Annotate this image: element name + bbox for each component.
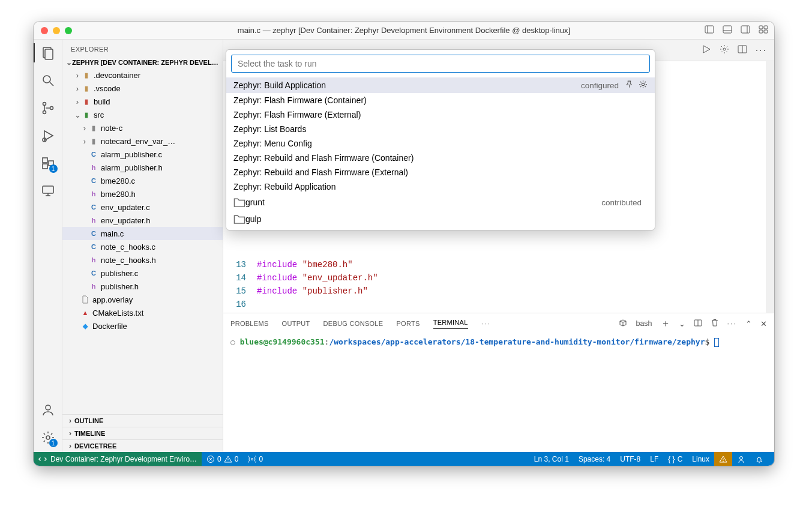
file-h-icon: h (89, 189, 98, 199)
kw: #include (257, 286, 297, 296)
trash-icon[interactable] (711, 319, 719, 329)
tab-output[interactable]: OUTPUT (282, 320, 310, 327)
task-input[interactable] (231, 55, 650, 73)
os-label[interactable]: Linux (687, 455, 714, 463)
svg-rect-6 (759, 26, 763, 29)
file-tree: ›▮.devcontainer ›▮.vscode ›▮build ⌄▮src … (62, 68, 223, 333)
quick-pick-item[interactable]: Zephyr: Menu Config (226, 136, 655, 151)
tab-problems[interactable]: PROBLEMS (230, 320, 269, 327)
remote-explorer-icon[interactable] (41, 184, 55, 198)
file-hooks-h[interactable]: hnote_c_hooks.h (62, 253, 223, 267)
outline-label: OUTLINE (74, 417, 103, 424)
file-hooks-c[interactable]: Cnote_c_hooks.c (62, 240, 223, 253)
toggle-primary-sidebar-icon[interactable] (705, 25, 714, 37)
quick-pick-label: Zephyr: Rebuild and Flash Firmware (Cont… (233, 153, 648, 163)
settings-badge: 1 (49, 439, 58, 447)
sidebar-title: EXPLORER (62, 40, 223, 56)
file-alarm-pub-c[interactable]: Calarm_publisher.c (62, 148, 223, 161)
maximize-panel-icon[interactable]: ⌃ (745, 319, 752, 328)
toggle-panel-icon[interactable] (723, 25, 732, 37)
quick-pick-item[interactable]: Zephyr: Rebuild and Flash Firmware (Cont… (226, 151, 655, 165)
chevron-down-icon[interactable]: ⌄ (679, 319, 685, 328)
quick-pick-item[interactable]: Zephyr: Build Applicationconfigured (226, 77, 655, 93)
file-dockerfile[interactable]: ◆Dockerfile (62, 319, 223, 333)
explorer-icon[interactable] (41, 46, 55, 60)
pin-icon[interactable] (625, 80, 634, 91)
folder-vscode[interactable]: ›▮.vscode (62, 82, 223, 95)
folder-env-var[interactable]: ›▮notecard_env_var_… (62, 134, 223, 148)
folder-src[interactable]: ⌄▮src (62, 108, 223, 121)
notifications-icon[interactable] (750, 455, 768, 463)
file-overlay[interactable]: app.overlay (62, 293, 223, 306)
quick-pick-label: Zephyr: Flash Firmware (External) (233, 110, 648, 119)
folder-devcontainer[interactable]: ›▮.devcontainer (62, 68, 223, 82)
split-terminal-icon[interactable] (694, 319, 702, 329)
quick-pick-item[interactable]: gruntcontributed (226, 194, 655, 211)
eol[interactable]: LF (645, 455, 663, 463)
quick-pick-item[interactable]: Zephyr: Flash Firmware (External) (226, 107, 655, 122)
more-icon[interactable]: ··· (756, 45, 767, 56)
manage-icon[interactable]: 1 (41, 430, 55, 445)
split-editor-icon[interactable] (738, 44, 747, 56)
close-icon[interactable] (41, 27, 48, 34)
run-icon[interactable] (702, 44, 711, 56)
shell-label[interactable]: bash (636, 319, 652, 328)
remote-status[interactable]: Dev Container: Zephyr Development Enviro… (34, 452, 202, 466)
quick-pick-item[interactable]: Zephyr: Rebuild and Flash Firmware (Exte… (226, 165, 655, 179)
file-env-upd-c[interactable]: Cenv_updater.c (62, 200, 223, 214)
tab-debug[interactable]: DEBUG CONSOLE (323, 320, 383, 327)
cmake-icon: ▲ (80, 308, 90, 318)
indentation[interactable]: Spaces: 4 (574, 455, 615, 463)
svg-point-40 (740, 456, 743, 459)
terminal[interactable]: ○ blues@c9149960c351:/workspaces/app-acc… (223, 334, 774, 452)
feedback-icon[interactable] (732, 455, 750, 463)
folder-build[interactable]: ›▮build (62, 95, 223, 108)
status-warning-icon[interactable] (714, 452, 732, 466)
workspace-root[interactable]: ⌄ ZEPHYR [DEV CONTAINER: ZEPHYR DEVELOPM… (62, 56, 223, 68)
quick-pick-item[interactable]: gulp (226, 211, 655, 227)
encoding[interactable]: UTF-8 (615, 455, 645, 463)
quick-pick-item[interactable]: Zephyr: Flash Firmware (Container) (226, 93, 655, 107)
svg-rect-8 (759, 30, 763, 33)
file-bme280-c[interactable]: Cbme280.c (62, 174, 223, 187)
gear-icon[interactable] (720, 44, 729, 56)
language-mode[interactable]: { } C (663, 455, 687, 463)
svg-rect-11 (45, 49, 53, 59)
zoom-icon[interactable] (65, 27, 72, 34)
search-icon[interactable] (41, 73, 55, 88)
gear-icon[interactable] (639, 80, 648, 91)
file-pub-h[interactable]: hpublisher.h (62, 280, 223, 293)
svg-rect-7 (764, 26, 768, 29)
tab-ports[interactable]: PORTS (396, 320, 420, 327)
file-alarm-pub-h[interactable]: halarm_publisher.h (62, 161, 223, 174)
close-panel-icon[interactable]: ✕ (760, 319, 767, 328)
quick-pick-item[interactable]: Zephyr: List Boards (226, 122, 655, 136)
titlebar: main.c — zephyr [Dev Container: Zephyr D… (34, 22, 774, 40)
quick-pick-item[interactable]: Zephyr: Rebuild Application (226, 179, 655, 194)
file-c-icon: C (89, 229, 98, 238)
toggle-secondary-sidebar-icon[interactable] (741, 25, 750, 37)
file-bme280-h[interactable]: hbme280.h (62, 187, 223, 200)
more-icon[interactable]: ··· (727, 319, 737, 328)
ports-item[interactable]: 0 (243, 455, 268, 463)
svg-rect-20 (43, 164, 47, 169)
file-pub-c[interactable]: Cpublisher.c (62, 267, 223, 280)
more-icon[interactable]: ··· (481, 319, 491, 328)
tab-terminal[interactable]: TERMINAL (433, 319, 468, 329)
file-main-c[interactable]: Cmain.c (62, 227, 223, 240)
section-timeline[interactable]: › TIMELINE (62, 427, 223, 439)
linecol[interactable]: Ln 3, Col 1 (529, 455, 574, 463)
folder-note-c[interactable]: ›▮note-c (62, 121, 223, 134)
customize-layout-icon[interactable] (759, 25, 768, 37)
file-cmake[interactable]: ▲CMakeLists.txt (62, 306, 223, 319)
minimize-icon[interactable] (53, 27, 60, 34)
section-outline[interactable]: › OUTLINE (62, 414, 223, 427)
accounts-icon[interactable] (41, 403, 55, 417)
extensions-icon[interactable]: 1 (41, 156, 55, 170)
section-devicetree[interactable]: › DEVICETREE (62, 439, 223, 452)
run-debug-icon[interactable] (41, 128, 55, 143)
new-terminal-icon[interactable]: ＋ (661, 318, 670, 330)
file-env-upd-h[interactable]: henv_updater.h (62, 214, 223, 227)
source-control-icon[interactable] (41, 101, 55, 115)
errors-item[interactable]: 0 0 (202, 455, 243, 463)
